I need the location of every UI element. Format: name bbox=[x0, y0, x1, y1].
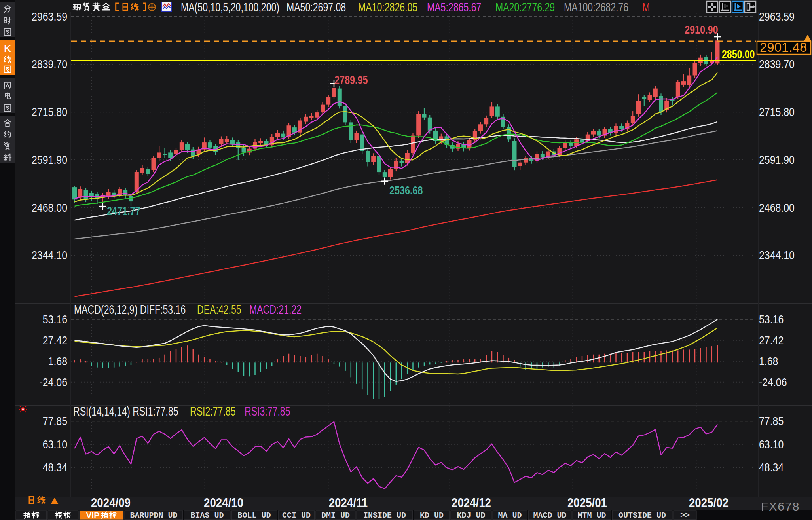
svg-text:48.34: 48.34 bbox=[43, 461, 67, 474]
svg-text:2344.10: 2344.10 bbox=[32, 249, 67, 262]
svg-text:OUTSIDE_UD: OUTSIDE_UD bbox=[618, 511, 666, 520]
svg-text:2471.77: 2471.77 bbox=[107, 204, 140, 217]
svg-text:2591.90: 2591.90 bbox=[32, 153, 67, 167]
svg-text:BIAS_UD: BIAS_UD bbox=[190, 511, 224, 520]
svg-text:>>: >> bbox=[680, 511, 690, 520]
svg-text:2025/02: 2025/02 bbox=[689, 495, 729, 509]
svg-text:1.68: 1.68 bbox=[48, 355, 67, 368]
svg-text:-24.06: -24.06 bbox=[39, 376, 67, 389]
svg-text:DEA:42.55: DEA:42.55 bbox=[197, 303, 241, 317]
svg-text:77.85: 77.85 bbox=[759, 414, 784, 428]
svg-text:2963.59: 2963.59 bbox=[759, 10, 795, 23]
svg-text:MACD_UD: MACD_UD bbox=[533, 511, 566, 520]
svg-text:2024/12: 2024/12 bbox=[452, 495, 491, 509]
svg-text:2850.00: 2850.00 bbox=[722, 47, 755, 61]
svg-text:KDJ_UD: KDJ_UD bbox=[457, 511, 485, 520]
svg-text:-24.06: -24.06 bbox=[759, 376, 787, 389]
svg-text:63.10: 63.10 bbox=[43, 437, 67, 451]
svg-text:MA(50,10,5,20,100,200): MA(50,10,5,20,100,200) bbox=[181, 0, 279, 14]
svg-text:MACD(26,12,9) DIFF:53.16: MACD(26,12,9) DIFF:53.16 bbox=[74, 303, 186, 317]
svg-text:DMI_UD: DMI_UD bbox=[321, 511, 350, 520]
svg-text:MA50:2697.08: MA50:2697.08 bbox=[286, 0, 346, 14]
svg-text:2963.59: 2963.59 bbox=[32, 10, 67, 23]
svg-text:RSI(14,14,14) RSI1:77.85: RSI(14,14,14) RSI1:77.85 bbox=[73, 404, 178, 418]
svg-text:2024/11: 2024/11 bbox=[329, 495, 368, 509]
svg-text:FX678: FX678 bbox=[761, 500, 800, 513]
svg-text:VIP: VIP bbox=[86, 511, 100, 520]
svg-text:MA_UD: MA_UD bbox=[498, 511, 522, 520]
svg-text:2591.90: 2591.90 bbox=[759, 153, 795, 167]
svg-text:53.16: 53.16 bbox=[43, 313, 67, 326]
svg-text:2839.70: 2839.70 bbox=[32, 57, 67, 71]
svg-text:MA100:2682.76: MA100:2682.76 bbox=[564, 0, 628, 14]
svg-text:CCI_UD: CCI_UD bbox=[282, 511, 311, 520]
svg-text:RSI2:77.85: RSI2:77.85 bbox=[190, 404, 236, 418]
svg-text:2468.00: 2468.00 bbox=[32, 201, 67, 214]
svg-text:2901.48: 2901.48 bbox=[760, 40, 807, 55]
svg-text:2839.70: 2839.70 bbox=[759, 57, 795, 71]
svg-text:1.68: 1.68 bbox=[759, 355, 778, 368]
svg-text:K: K bbox=[4, 43, 11, 54]
svg-text:77.85: 77.85 bbox=[43, 414, 67, 428]
svg-text:INSIDE_UD: INSIDE_UD bbox=[363, 511, 406, 520]
svg-text:2789.95: 2789.95 bbox=[334, 73, 368, 86]
svg-text:2025/01: 2025/01 bbox=[567, 495, 607, 509]
svg-text:MTM_UD: MTM_UD bbox=[577, 511, 606, 520]
svg-text:27.42: 27.42 bbox=[43, 334, 67, 347]
svg-text:2910.90: 2910.90 bbox=[685, 23, 718, 36]
svg-text:MACD:21.22: MACD:21.22 bbox=[249, 303, 302, 317]
svg-text:MA5:2865.67: MA5:2865.67 bbox=[427, 0, 481, 14]
svg-text:RSI3:77.85: RSI3:77.85 bbox=[245, 404, 290, 418]
svg-text:48.34: 48.34 bbox=[759, 461, 784, 474]
svg-text:MA20:2776.29: MA20:2776.29 bbox=[495, 0, 555, 14]
svg-text:27.42: 27.42 bbox=[759, 334, 784, 347]
svg-text:63.10: 63.10 bbox=[759, 437, 784, 451]
svg-text:KD_UD: KD_UD bbox=[420, 511, 444, 520]
svg-text:MA10:2826.05: MA10:2826.05 bbox=[358, 0, 417, 14]
svg-text:M: M bbox=[642, 0, 650, 14]
svg-text:2344.10: 2344.10 bbox=[759, 249, 795, 262]
svg-text:2536.68: 2536.68 bbox=[389, 184, 423, 197]
svg-text:2468.00: 2468.00 bbox=[759, 201, 795, 214]
svg-text:2715.80: 2715.80 bbox=[759, 105, 795, 119]
svg-text:53.16: 53.16 bbox=[759, 313, 784, 326]
svg-text:2024/10: 2024/10 bbox=[204, 495, 243, 509]
svg-text:2715.80: 2715.80 bbox=[32, 105, 67, 119]
svg-text:2024/09: 2024/09 bbox=[91, 495, 131, 509]
svg-text:BARUPDN_UD: BARUPDN_UD bbox=[130, 511, 177, 520]
svg-text:BOLL_UD: BOLL_UD bbox=[237, 511, 271, 520]
